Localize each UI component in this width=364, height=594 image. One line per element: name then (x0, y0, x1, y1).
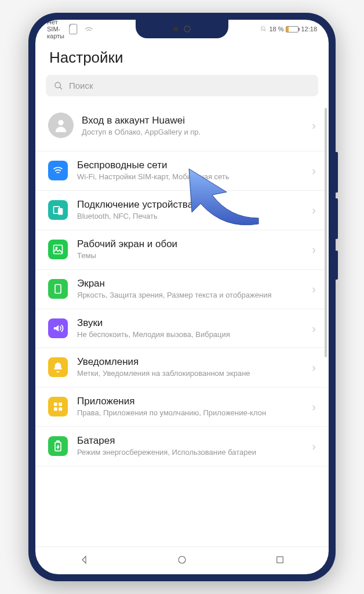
page-title: Настройки (49, 49, 315, 67)
bell-icon (48, 357, 68, 377)
screen: Нет SIM-карты 18 % 12:18 Настройки (35, 20, 329, 574)
svg-point-6 (56, 247, 57, 249)
setting-subtitle: Wi-Fi, Настройки SIM-карт, Мобильная сет… (77, 172, 303, 182)
setting-row-devices[interactable]: Подключение устройства Bluetooth, NFC, П… (35, 191, 329, 230)
mute-icon (260, 26, 267, 32)
avatar-icon (48, 113, 74, 138)
display-notch (136, 20, 228, 38)
front-camera (184, 26, 191, 32)
setting-subtitle: Bluetooth, NFC, Печать (77, 212, 303, 222)
svg-rect-8 (54, 403, 57, 406)
home-button[interactable] (177, 555, 187, 567)
power-button[interactable] (336, 251, 338, 280)
chevron-right-icon: › (312, 322, 316, 335)
volume-up-button[interactable] (336, 152, 338, 193)
battery-icon (48, 436, 68, 456)
svg-rect-7 (55, 284, 61, 293)
wallpaper-icon (48, 240, 68, 259)
setting-subtitle: Режим энергосбережения, Использование ба… (77, 448, 303, 458)
setting-title: Приложения (77, 396, 303, 407)
svg-rect-15 (276, 556, 283, 563)
svg-rect-9 (59, 403, 62, 406)
sound-icon (48, 318, 68, 338)
recent-button[interactable] (275, 555, 285, 567)
setting-subtitle: Права, Приложения по умолчанию, Приложен… (77, 408, 303, 418)
setting-subtitle: Яркость, Защита зрения, Размер текста и … (77, 291, 303, 300)
account-subtitle: Доступ в Облако, AppGallery и пр. (82, 128, 304, 136)
search-input[interactable]: Поиск (46, 75, 318, 96)
svg-point-2 (58, 120, 63, 125)
volume-down-button[interactable] (336, 198, 338, 239)
setting-row-display[interactable]: Экран Яркость, Защита зрения, Размер тек… (35, 270, 329, 309)
wifi-icon (82, 23, 96, 36)
scrollbar[interactable] (325, 108, 327, 357)
sim-icon (67, 23, 80, 36)
clock: 12:18 (301, 26, 317, 32)
account-title: Вход в аккаунт Huawei (82, 115, 304, 126)
back-button[interactable] (79, 555, 89, 567)
svg-rect-11 (59, 408, 62, 411)
setting-title: Батарея (77, 435, 303, 447)
svg-point-14 (179, 556, 185, 563)
chevron-right-icon: › (312, 282, 316, 296)
battery-icon (286, 26, 299, 32)
search-placeholder: Поиск (69, 81, 93, 90)
setting-title: Подключение устройства (77, 199, 303, 211)
setting-row-wifi[interactable]: Беспроводные сети Wi-Fi, Настройки SIM-к… (35, 151, 329, 191)
apps-icon (48, 397, 68, 416)
setting-row-wallpaper[interactable]: Рабочий экран и обои Темы › (35, 230, 329, 270)
sim-status: Нет SIM-карты (47, 20, 64, 39)
display-icon (48, 279, 68, 299)
chevron-right-icon: › (312, 164, 316, 178)
phone-frame: Нет SIM-карты 18 % 12:18 Настройки (28, 13, 336, 581)
setting-title: Рабочий экран и обои (77, 238, 303, 250)
wifi-icon (48, 161, 68, 180)
setting-row-battery[interactable]: Батарея Режим энергосбережения, Использо… (35, 427, 329, 466)
chevron-right-icon: › (312, 440, 316, 453)
svg-rect-13 (57, 441, 60, 443)
svg-point-1 (55, 82, 60, 88)
battery-percent: 18 % (269, 26, 283, 32)
setting-subtitle: Метки, Уведомления на заблокированном эк… (77, 369, 303, 379)
search-icon (54, 81, 63, 90)
svg-rect-5 (54, 245, 63, 253)
chevron-right-icon: › (312, 361, 316, 374)
page-header: Настройки (35, 38, 329, 75)
content-area: Настройки Поиск Вход в аккаунт Huawei До… (35, 38, 329, 546)
setting-row-sound[interactable]: Звуки Не беспокоить, Мелодия вызова, Виб… (35, 309, 329, 349)
svg-rect-0 (70, 24, 77, 34)
chevron-right-icon: › (312, 119, 316, 132)
navigation-bar (35, 546, 329, 574)
chevron-right-icon: › (312, 204, 316, 217)
settings-list: Беспроводные сети Wi-Fi, Настройки SIM-к… (35, 151, 329, 466)
setting-title: Экран (77, 278, 303, 289)
devices-icon (48, 200, 68, 220)
setting-row-apps[interactable]: Приложения Права, Приложения по умолчани… (35, 387, 329, 427)
huawei-account-row[interactable]: Вход в аккаунт Huawei Доступ в Облако, A… (35, 103, 329, 151)
chevron-right-icon: › (312, 400, 316, 414)
setting-title: Уведомления (77, 356, 303, 368)
setting-subtitle: Не беспокоить, Мелодия вызова, Вибрация (77, 330, 303, 340)
svg-rect-10 (54, 408, 57, 411)
setting-title: Звуки (77, 317, 303, 329)
setting-row-bell[interactable]: Уведомления Метки, Уведомления на заблок… (35, 348, 329, 387)
setting-title: Беспроводные сети (77, 160, 303, 171)
chevron-right-icon: › (312, 243, 316, 256)
setting-subtitle: Темы (77, 251, 303, 261)
svg-rect-4 (59, 208, 63, 214)
